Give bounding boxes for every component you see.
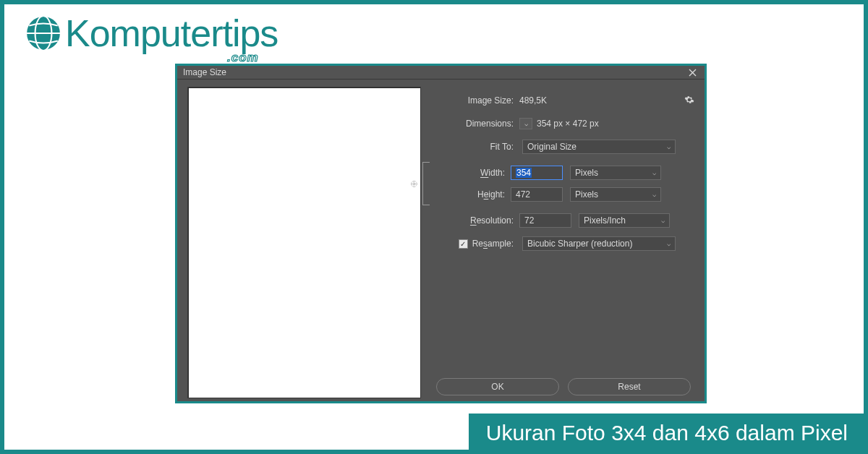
close-icon[interactable]	[686, 66, 699, 79]
chevron-down-icon: ⌵	[667, 143, 671, 150]
brand-text: Komputertips	[65, 14, 278, 52]
fit-to-value: Original Size	[527, 142, 576, 152]
preview-area	[187, 87, 421, 398]
globe-icon	[25, 14, 62, 52]
height-unit-value: Pixels	[575, 189, 598, 200]
width-input[interactable]: 354	[511, 166, 563, 180]
controls-panel: Image Size: 489,5K Dimensions: ⌵ 354 px …	[433, 87, 694, 398]
gear-icon[interactable]	[684, 95, 694, 107]
ok-button[interactable]: OK	[436, 378, 559, 395]
resolution-unit-select[interactable]: Pixels/Inch ⌵	[579, 213, 670, 228]
dialog-title: Image Size	[183, 67, 686, 77]
resample-label: Resample:	[472, 239, 514, 249]
height-unit-select[interactable]: Pixels ⌵	[570, 187, 661, 202]
brand-logo: Komputertips	[25, 14, 278, 52]
resolution-input[interactable]: 72	[519, 213, 571, 228]
width-unit-select[interactable]: Pixels ⌵	[570, 166, 661, 180]
resample-label-wrap: ✓ Resample:	[433, 239, 519, 249]
dimensions-label: Dimensions:	[433, 119, 519, 129]
chevron-down-icon: ⌵	[652, 191, 656, 198]
image-size-value: 489,5K	[519, 95, 547, 106]
height-value: 472	[516, 189, 530, 200]
image-size-dialog: Image Size Image Size: 489,5K Dimensions…	[175, 64, 707, 403]
dimensions-dropdown-icon[interactable]: ⌵	[519, 118, 532, 129]
preview-canvas	[189, 88, 420, 398]
width-label: Width:	[434, 168, 511, 178]
resample-select[interactable]: Bicubic Sharper (reduction) ⌵	[522, 236, 676, 251]
resample-value: Bicubic Sharper (reduction)	[527, 239, 632, 249]
fit-to-label: Fit To:	[433, 142, 519, 152]
link-constrain-icon[interactable]: 𐃏	[422, 162, 430, 205]
image-size-label: Image Size:	[433, 95, 519, 106]
resolution-label: Resolution:	[433, 215, 519, 226]
height-label: Height:	[434, 189, 511, 200]
reset-button[interactable]: Reset	[568, 378, 691, 395]
chevron-down-icon: ⌵	[661, 217, 665, 224]
page-caption: Ukuran Foto 3x4 dan 4x6 dalam Pixel	[469, 414, 868, 454]
brand-suffix: .com	[227, 51, 259, 65]
resample-checkbox[interactable]: ✓	[459, 239, 468, 249]
height-input[interactable]: 472	[511, 187, 563, 202]
dialog-titlebar: Image Size	[177, 66, 705, 80]
chevron-down-icon: ⌵	[667, 240, 671, 247]
resolution-unit-value: Pixels/Inch	[584, 215, 626, 226]
width-value: 354	[516, 168, 532, 178]
width-unit-value: Pixels	[575, 168, 598, 178]
resolution-value: 72	[524, 215, 534, 226]
fit-to-select[interactable]: Original Size ⌵	[522, 140, 676, 154]
chevron-down-icon: ⌵	[652, 169, 656, 176]
dimensions-value: 354 px × 472 px	[537, 119, 599, 129]
